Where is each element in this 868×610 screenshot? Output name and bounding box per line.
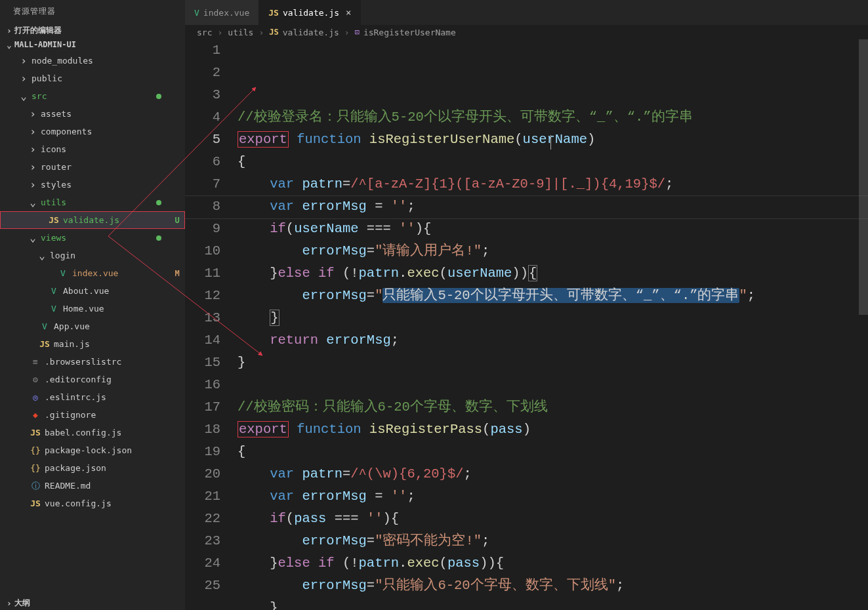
code-line[interactable]: errorMsg="密码不能为空!"; [238, 530, 868, 552]
tree-file[interactable]: {}package-lock.json [0, 441, 185, 459]
code-line[interactable]: var errorMsg = ''; [238, 195, 868, 218]
tree-file[interactable]: Vindex.vueM [0, 264, 185, 282]
tree-file[interactable]: ⚙.editorconfig [0, 371, 185, 388]
explorer-sidebar: 资源管理器 › 打开的编辑器 ⌄ MALL-ADMIN-UI ›node_mod… [0, 0, 185, 610]
line-number: 7 [185, 173, 220, 195]
file-type-icon: JS [29, 428, 42, 437]
code-line[interactable]: if(pass === ''){ [238, 508, 868, 530]
modified-dot-icon [156, 94, 161, 99]
tree-file[interactable]: JSvalidate.jsU [0, 211, 185, 229]
tab-label: index.vue [203, 8, 249, 18]
line-number: 17 [185, 396, 220, 418]
tree-item-label: src [29, 91, 185, 101]
chevron-right-icon: › [28, 108, 38, 120]
line-number: 22 [185, 508, 220, 530]
file-type-icon: V [47, 286, 60, 296]
file-type-icon: V [56, 268, 70, 278]
breadcrumb-part[interactable]: utils [228, 28, 253, 37]
code-line[interactable] [238, 374, 868, 396]
code-line[interactable]: } [238, 307, 868, 329]
close-icon[interactable]: × [346, 7, 351, 18]
code-line[interactable]: var patrn=/^(\w){6,20}$/; [238, 463, 868, 485]
code-line[interactable]: //校验密码：只能输入6-20个字母、数字、下划线 [238, 396, 868, 418]
code-line[interactable]: } [238, 597, 868, 610]
tree-folder[interactable]: ›icons [0, 140, 185, 158]
tree-file[interactable]: VAbout.vue [0, 282, 185, 300]
tree-folder[interactable]: ⌄src [0, 87, 185, 105]
code-line[interactable]: errorMsg="请输入用户名!"; [238, 240, 868, 262]
section-project[interactable]: ⌄ MALL-ADMIN-UI [0, 37, 185, 52]
tree-file[interactable]: ⓘREADME.md [0, 477, 185, 495]
git-status-badge: U [169, 216, 185, 225]
tree-folder[interactable]: ›components [0, 123, 185, 140]
chevron-down-icon: ⌄ [28, 196, 38, 209]
scrollbar-thumb[interactable] [859, 39, 868, 315]
section-outline[interactable]: › 大纲 [0, 596, 185, 610]
breadcrumb-symbol[interactable]: isRegisterUserName [363, 28, 456, 37]
code-editor[interactable]: 1234567891011121314151617181920212223242… [185, 39, 868, 610]
tree-folder[interactable]: ⌄login [0, 247, 185, 264]
line-number: 15 [185, 352, 220, 374]
tree-folder[interactable]: ›router [0, 158, 185, 176]
code-line[interactable]: { [238, 151, 868, 173]
code-line[interactable]: export function isRegisterUserName(userN… [238, 129, 868, 151]
breadcrumb-part[interactable]: src [197, 28, 212, 37]
editor-tab[interactable]: JSvalidate.js× [259, 0, 361, 25]
tree-file[interactable]: VApp.vue [0, 317, 185, 335]
code-line[interactable]: } [238, 352, 868, 374]
breadcrumb[interactable]: src › utils › JS validate.js › ⊡ isRegis… [185, 25, 868, 39]
code-line[interactable]: return errorMsg; [238, 329, 868, 352]
editor-tab[interactable]: Vindex.vue [185, 0, 259, 25]
tree-folder[interactable]: ⌄utils [0, 193, 185, 211]
line-number: 21 [185, 485, 220, 508]
section-outline-label: 大纲 [14, 598, 30, 609]
line-number: 6 [185, 151, 220, 173]
scrollbar-vertical[interactable] [859, 39, 868, 610]
tree-file[interactable]: ≡.browserslistrc [0, 353, 185, 371]
tree-file[interactable]: {}package.json [0, 459, 185, 477]
tree-file[interactable]: JSmain.js [0, 335, 185, 353]
text-cursor [550, 135, 551, 150]
code-line[interactable]: //校验登录名：只能输入5-20个以字母开头、可带数字、“_”、“.”的字串 [238, 106, 868, 129]
tree-item-label: node_modules [29, 56, 185, 66]
breadcrumb-file[interactable]: validate.js [283, 28, 339, 37]
code-line[interactable]: }else if (!patrn.exec(userName)){ [238, 262, 868, 285]
code-line[interactable]: var errorMsg = ''; [238, 485, 868, 508]
tree-folder[interactable]: ⌄views [0, 229, 185, 247]
file-tree[interactable]: ›node_modules›public⌄src›assets›componen… [0, 52, 185, 596]
tree-folder[interactable]: ›public [0, 70, 185, 87]
section-open-editors[interactable]: › 打开的编辑器 [0, 23, 185, 37]
tree-item-label: .browserslistrc [42, 357, 185, 367]
line-number: 23 [185, 530, 220, 552]
code-line[interactable]: export function isRegisterPass(pass) [238, 418, 868, 441]
chevron-right-icon: › [215, 28, 225, 37]
tree-item-label: styles [38, 180, 185, 190]
tree-folder[interactable]: ›assets [0, 105, 185, 123]
code-content[interactable]: //校验登录名：只能输入5-20个以字母开头、可带数字、“_”、“.”的字串ex… [238, 39, 868, 610]
code-line[interactable]: { [238, 441, 868, 463]
chevron-right-icon: › [4, 26, 14, 35]
chevron-right-icon: › [256, 28, 266, 37]
tree-file[interactable]: JSbabel.config.js [0, 424, 185, 441]
tab-label: validate.js [283, 8, 339, 18]
file-js-icon: JS [269, 28, 278, 37]
file-type-icon: {} [29, 445, 42, 455]
code-line[interactable]: }else if (!patrn.exec(pass)){ [238, 552, 868, 575]
tree-item-label: package.json [42, 463, 185, 473]
tree-folder[interactable]: ›styles [0, 176, 185, 193]
code-line[interactable]: if(userName === ''){ [238, 218, 868, 240]
line-number: 12 [185, 285, 220, 307]
app-root: 资源管理器 › 打开的编辑器 ⌄ MALL-ADMIN-UI ›node_mod… [0, 0, 868, 610]
tree-file[interactable]: ◆.gitignore [0, 406, 185, 424]
tree-file[interactable]: VHome.vue [0, 300, 185, 317]
line-number: 8 [185, 195, 220, 218]
tree-file[interactable]: JSvue.config.js [0, 495, 185, 512]
file-type-icon: {} [29, 463, 42, 473]
symbol-icon: ⊡ [355, 28, 360, 37]
file-type-icon: JS [47, 215, 60, 225]
tree-file[interactable]: ◎.eslintrc.js [0, 388, 185, 406]
tree-folder[interactable]: ›node_modules [0, 52, 185, 70]
code-line[interactable]: errorMsg="只能输入6-20个字母、数字、下划线"; [238, 575, 868, 597]
code-line[interactable]: errorMsg="只能输入5-20个以字母开头、可带数字、“_”、“.”的字串… [238, 285, 868, 307]
code-line[interactable]: var patrn=/^[a-zA-Z]{1}([a-zA-Z0-9]|[._]… [238, 173, 868, 195]
